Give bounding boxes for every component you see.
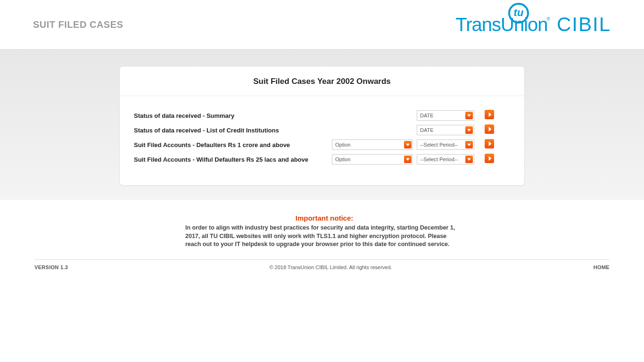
row-period-cell: DATE xyxy=(417,125,478,135)
logo-cibil-text: CIBIL xyxy=(557,13,611,36)
content-area: Suit Filed Cases Year 2002 Onwards Statu… xyxy=(0,49,644,200)
option-select-25l[interactable]: Option xyxy=(332,154,413,165)
go-button-institutions[interactable] xyxy=(485,124,494,134)
go-button-25l[interactable] xyxy=(485,154,494,163)
chevron-down-icon xyxy=(465,112,473,119)
footer: VERSION 1.3 © 2018 TransUnion CIBIL Limi… xyxy=(34,259,610,275)
date-select-institutions[interactable]: DATE xyxy=(417,125,474,135)
suit-filed-panel: Suit Filed Cases Year 2002 Onwards Statu… xyxy=(119,66,525,186)
row-option-cell: Option xyxy=(332,154,417,165)
notice-title: Important notice: xyxy=(185,214,463,222)
go-button-1cr[interactable] xyxy=(485,139,494,148)
row-summary: Status of data received - Summary DATE xyxy=(134,108,510,123)
row-label: Status of data received - List of Credit… xyxy=(134,127,332,134)
row-period-cell: DATE xyxy=(417,110,478,121)
row-option-cell: Option xyxy=(332,140,417,150)
panel-title: Suit Filed Cases Year 2002 Onwards xyxy=(120,77,524,86)
row-period-cell: --Select Period-- xyxy=(417,140,478,150)
select-value: Option xyxy=(335,142,350,148)
brand-logo: TransUnion® CIBIL xyxy=(455,13,611,36)
chevron-down-icon xyxy=(404,141,412,148)
row-go-cell xyxy=(485,124,496,136)
chevron-down-icon xyxy=(465,126,473,134)
row-go-cell xyxy=(485,110,496,121)
select-value: Option xyxy=(335,156,350,162)
logo-transunion-text: TransUnion xyxy=(455,14,547,35)
row-go-cell xyxy=(485,154,496,165)
notice-body: In order to align with industry best pra… xyxy=(185,224,463,249)
period-select-25l[interactable]: --Select Period-- xyxy=(417,154,474,165)
important-notice: Important notice: In order to align with… xyxy=(119,214,525,249)
date-select-summary[interactable]: DATE xyxy=(417,110,474,121)
chevron-down-icon xyxy=(404,156,412,163)
registered-mark-icon: ® xyxy=(547,16,550,22)
row-wilful-25l: Suit Filed Accounts - Wilful Defaulters … xyxy=(134,152,510,166)
row-label: Suit Filed Accounts - Defaulters Rs 1 cr… xyxy=(134,141,332,148)
header: SUIT FILED CASES TransUnion® CIBIL xyxy=(0,0,644,49)
select-value: DATE xyxy=(420,127,434,133)
row-go-cell xyxy=(485,139,496,150)
select-value: DATE xyxy=(420,113,434,118)
chevron-down-icon xyxy=(465,141,473,148)
period-select-1cr[interactable]: --Select Period-- xyxy=(417,140,474,150)
home-link[interactable]: HOME xyxy=(594,264,610,270)
page-title: SUIT FILED CASES xyxy=(33,19,123,30)
panel-body: Status of data received - Summary DATE S… xyxy=(120,96,524,185)
go-button-summary[interactable] xyxy=(485,110,494,119)
option-select-1cr[interactable]: Option xyxy=(332,140,413,150)
copyright-text: © 2018 TransUnion CIBIL Limited. All rig… xyxy=(68,264,594,270)
row-period-cell: --Select Period-- xyxy=(417,154,478,165)
row-label: Status of data received - Summary xyxy=(134,112,332,119)
panel-header: Suit Filed Cases Year 2002 Onwards xyxy=(120,66,524,96)
chevron-down-icon xyxy=(465,156,473,163)
row-label: Suit Filed Accounts - Wilful Defaulters … xyxy=(134,156,332,163)
row-institutions: Status of data received - List of Credit… xyxy=(134,123,510,137)
select-value: --Select Period-- xyxy=(420,156,458,162)
row-defaulters-1cr: Suit Filed Accounts - Defaulters Rs 1 cr… xyxy=(134,138,510,152)
select-value: --Select Period-- xyxy=(420,142,458,148)
version-label: VERSION 1.3 xyxy=(34,264,68,270)
